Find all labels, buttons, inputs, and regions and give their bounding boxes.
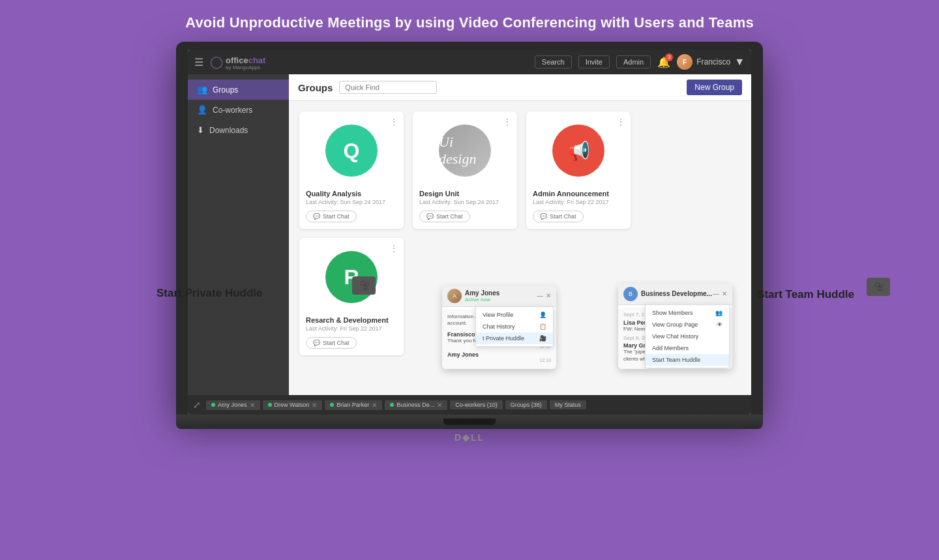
invite-button[interactable]: Invite — [578, 55, 610, 68]
sidebar-downloads-label: Downloads — [209, 126, 248, 135]
sidebar-item-groups[interactable]: 👥 Groups — [188, 80, 289, 100]
team-huddle-camera-icon: 🎥 — [867, 278, 890, 296]
avatar: F — [677, 54, 693, 70]
tab-brian[interactable]: Brian Parker ✕ — [325, 400, 382, 410]
downloads-icon: ⬇ — [197, 125, 204, 135]
admin-button[interactable]: Admin — [616, 55, 651, 68]
start-chat-button-1[interactable]: 💬 Start Chat — [419, 211, 470, 222]
group-menu-icon-2[interactable]: ⋮ — [616, 117, 625, 127]
sidebar: 👥 Groups 👤 Co-workers ⬇ Downloads — [188, 74, 289, 395]
start-chat-button-2[interactable]: 💬 Start Chat — [533, 211, 584, 222]
team-huddle-label: Start Team Huddle — [757, 288, 854, 301]
chevron-down-icon: ▼ — [734, 56, 745, 68]
start-chat-button-3[interactable]: 💬 Start Chat — [306, 337, 357, 349]
group-menu-icon[interactable]: ⋮ — [389, 117, 398, 127]
top-nav: ☰ ◯ officechat by MangoApps Search Invit… — [188, 50, 751, 74]
group-name-3: Resarch & Development — [306, 316, 397, 324]
logo-area: ◯ officechat by MangoApps — [210, 54, 265, 70]
groups-grid: Q ⋮ Quality Analysis Last Activity: Sun … — [289, 101, 751, 366]
quick-find-input[interactable] — [339, 81, 437, 94]
hamburger-icon[interactable]: ☰ — [194, 56, 203, 68]
group-menu-icon-3[interactable]: ⋮ — [389, 243, 398, 254]
group-activity-1: Last Activity: Sun Sep 24 2017 — [419, 199, 511, 205]
laptop-screen-bezel: ☰ ◯ officechat by MangoApps Search Invit… — [176, 42, 763, 415]
laptop-notch — [443, 419, 496, 425]
group-name-1: Design Unit — [419, 190, 511, 198]
group-avatar-design: Ui design — [439, 125, 491, 177]
logo-sub: by MangoApps — [226, 65, 265, 70]
laptop-base — [176, 415, 763, 429]
group-activity-3: Last Activity: Fri Sep 22 2017 — [306, 325, 397, 332]
start-chat-button-0[interactable]: 💬 Start Chat — [306, 211, 357, 222]
group-card-admin[interactable]: 📢 ⋮ Admin Announcement Last Activity: Fr… — [526, 111, 631, 229]
group-card-rd[interactable]: R ⋮ Resarch & Development Last Activity:… — [299, 238, 404, 355]
user-area[interactable]: F Francisco ▼ — [677, 54, 745, 70]
sidebar-groups-label: Groups — [213, 85, 238, 95]
logo-circle-icon: ◯ — [210, 55, 223, 69]
user-name: Francisco — [696, 57, 730, 66]
new-group-button[interactable]: New Group — [687, 80, 742, 95]
groups-icon: 👥 — [197, 85, 207, 95]
group-activity-2: Last Activity: Fri Sep 22 2017 — [533, 199, 624, 205]
private-huddle-camera-icon: 🎥 — [352, 276, 376, 295]
content-title-area: Groups — [298, 81, 437, 94]
tab-drew[interactable]: Drew Watson ✕ — [263, 400, 323, 410]
group-name: Quality Analysis — [306, 190, 397, 198]
bottom-bar: ⤢ Amy Jones ✕ Drew Watson ✕ Brian Parker… — [188, 395, 751, 415]
tab-groups[interactable]: Groups (38) — [505, 400, 547, 409]
coworkers-icon: 👤 — [197, 105, 207, 115]
group-menu-icon-1[interactable]: ⋮ — [503, 117, 512, 127]
sidebar-item-downloads[interactable]: ⬇ Downloads — [188, 120, 289, 140]
search-button[interactable]: Search — [535, 55, 572, 68]
tab-amy[interactable]: Amy Jones ✕ — [206, 400, 260, 410]
screen: ☰ ◯ officechat by MangoApps Search Invit… — [188, 50, 751, 415]
content-area: Groups New Group Q ⋮ — [289, 74, 751, 395]
main-layout: 👥 Groups 👤 Co-workers ⬇ Downloads — [188, 74, 751, 395]
content-header: Groups New Group — [289, 74, 751, 101]
tab-coworkers[interactable]: Co-workers (10) — [450, 400, 503, 409]
group-name-2: Admin Announcement — [533, 190, 624, 198]
laptop-wrapper: ☰ ◯ officechat by MangoApps Search Invit… — [176, 42, 763, 443]
dell-logo: D◆LL — [455, 432, 484, 443]
group-avatar-q: Q — [325, 125, 378, 177]
notification-badge: 3 — [665, 53, 673, 61]
tab-business[interactable]: Business De... ✕ — [385, 400, 447, 410]
group-card-quality[interactable]: Q ⋮ Quality Analysis Last Activity: Sun … — [299, 111, 404, 229]
page-title: Groups — [298, 82, 333, 93]
group-activity: Last Activity: Sun Sep 24 2017 — [306, 199, 397, 205]
notification-bell[interactable]: 🔔 3 — [657, 56, 670, 68]
private-huddle-label: Start Private Huddle — [156, 287, 263, 300]
group-avatar-admin: 📢 — [552, 125, 604, 177]
expand-icon[interactable]: ⤢ — [193, 400, 201, 410]
logo-text: officechat — [226, 55, 265, 65]
group-card-design[interactable]: Ui design ⋮ Design Unit Last Activity: S… — [413, 111, 517, 229]
sidebar-item-coworkers[interactable]: 👤 Co-workers — [188, 100, 289, 120]
headline: Avoid Unproductive Meetings by using Vid… — [159, 0, 780, 42]
sidebar-coworkers-label: Co-workers — [213, 106, 252, 115]
tab-mystatus[interactable]: My Status — [550, 400, 586, 409]
